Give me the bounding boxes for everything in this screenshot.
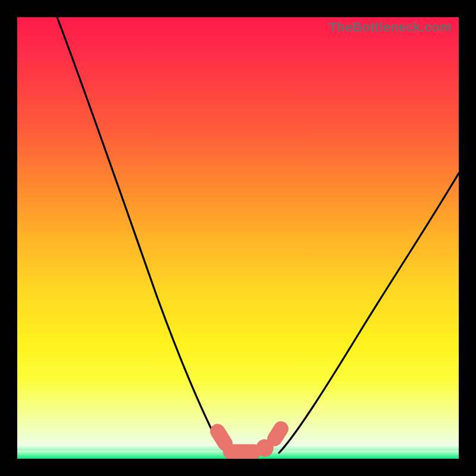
chart-frame: TheBottleneck.com xyxy=(0,0,476,476)
curve-right xyxy=(279,173,459,453)
watermark-text: TheBottleneck.com xyxy=(329,20,452,35)
marker-capsule-2 xyxy=(223,444,261,459)
chart-svg xyxy=(17,17,459,459)
curve-left xyxy=(57,17,229,455)
plot-area: TheBottleneck.com xyxy=(17,17,459,459)
